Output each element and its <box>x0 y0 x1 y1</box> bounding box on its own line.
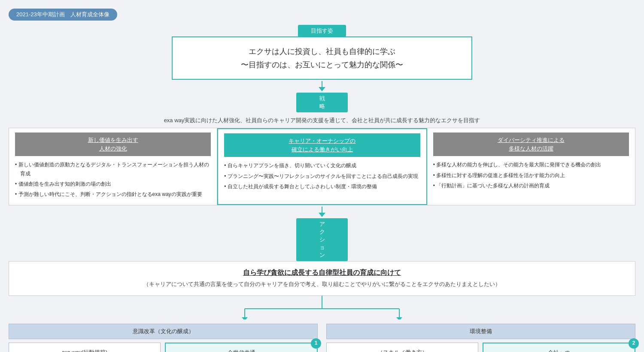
strategy-label: 戦略 <box>296 93 348 112</box>
bottom-item-udemy: 全社へのUdemyBusiness導入 2 <box>483 343 635 352</box>
cols-to-action-arrow <box>319 207 325 217</box>
action-label: アクション <box>296 218 348 261</box>
col-header-3: ダイバーシティ推進による多様な人材の活躍 <box>433 132 629 156</box>
col-box-2: キャリア・オーナシップの確立による働きがい向上 自らキャリアプランを描き、切り開… <box>217 128 427 205</box>
bottom-col-items-2: （スキル／働き方）アップデート手当の支給 全社へのUdemyBusiness導入… <box>326 343 635 352</box>
self-learning-box: 自ら学び貪欲に成長する自律型社員の育成に向けて （キャリアについて共通の言葉を使… <box>9 261 635 296</box>
col1-item-2: 価値創造を生み出す知的刺激の場の創出 <box>15 180 211 188</box>
col3-item-3: 「行動計画」に基づいた多様な人材の計画的育成 <box>433 181 629 190</box>
col1-item-1: 新しい価値創造の原動力となるデジタル・トランスフォーメーションを担う人材の育成 <box>15 160 211 178</box>
bottom-col-items-1: exa way(行動規範)の改定 全世代共通キャリア研修の導入 1 <box>9 343 318 352</box>
col-content-2: 自らキャリアプランを描き、切り開いていく文化の醸成 プランニング〜実践〜リフレク… <box>224 161 420 191</box>
vision-box: エクサは人に投資し、社員も自律的に学ぶ 〜目指すのは、お互いにとって魅力的な関係… <box>172 36 472 80</box>
col-header-1: 新し価値を生み出す人材の強化 <box>15 132 211 156</box>
bottom-col-1: 意識改革（文化の醸成） exa way(行動規範)の改定 全世代共通キャリア研修… <box>9 324 318 352</box>
vision-text-line1: エクサは人に投資し、社員も自律的に学ぶ <box>190 45 454 58</box>
vision-to-strategy-arrow <box>319 81 325 91</box>
title-badge: 2021-23年中期計画 人材育成全体像 <box>9 9 117 21</box>
col2-item-1: 自らキャリアプランを描き、切り開いていく文化の醸成 <box>224 161 420 170</box>
bottom-col-header-1: 意識改革（文化の醸成） <box>9 324 318 339</box>
bottom-item-career-training: 全世代共通キャリア研修の導入 1 <box>165 343 318 352</box>
vision-label: 目指す姿 <box>298 25 346 37</box>
col3-item-2: 多様性に対する理解の促進と多様性を活かす能力の向上 <box>433 171 629 180</box>
action-section: アクション <box>9 205 635 261</box>
bottom-item-exa-way: exa way(行動規範)の改定 <box>9 343 161 352</box>
three-col-section: 新し価値を生み出す人材の強化 新しい価値創造の原動力となるデジタル・トランスフォ… <box>9 128 635 205</box>
self-learning-title: 自ら学び貪欲に成長する自律型社員の育成に向けて <box>19 268 625 277</box>
badge-2: 2 <box>629 338 639 349</box>
col-box-3: ダイバーシティ推進による多様な人材の活躍 多様な人材の能力を伸ばし、その能力を最… <box>427 128 635 205</box>
svg-marker-4 <box>242 317 248 319</box>
main-container: 2021-23年中期計画 人材育成全体像 目指す姿 エクサは人に投資し、社員も自… <box>9 9 635 352</box>
col-content-1: 新しい価値創造の原動力となるデジタル・トランスフォーメーションを担う人材の育成 … <box>15 160 211 199</box>
vision-section: 目指す姿 エクサは人に投資し、社員も自律的に学ぶ 〜目指すのは、お互いにとって魅… <box>9 25 635 112</box>
vision-text-line2: 〜目指すのは、お互いにとって魅力的な関係〜 <box>190 58 454 72</box>
col1-item-3: 予測が難しい時代にこそ、判断・アクションの指針となるexa wayの実践が重要 <box>15 190 211 199</box>
col2-item-2: プランニング〜実践〜リフレクションのサイクルを回すことによる自己成長の実現 <box>224 172 420 181</box>
bottom-connector-svg <box>193 296 451 319</box>
two-col-bottom: 意識改革（文化の醸成） exa way(行動規範)の改定 全世代共通キャリア研修… <box>9 324 635 352</box>
bottom-item-skill-allowance: （スキル／働き方）アップデート手当の支給 <box>326 343 478 352</box>
bottom-col-2: 環境整備 （スキル／働き方）アップデート手当の支給 全社へのUdemyBusin… <box>326 324 635 352</box>
bottom-connector <box>9 296 635 319</box>
badge-1: 1 <box>311 338 321 349</box>
col-content-3: 多様な人材の能力を伸ばし、その能力を最大限に発揮できる機会の創出 多様性に対する… <box>433 160 629 190</box>
self-learning-subtitle: （キャリアについて共通の言葉を使って自分のキャリアを自分で考え、取り組むことでや… <box>19 280 625 289</box>
bottom-col-header-2: 環境整備 <box>326 324 635 339</box>
col2-item-3: 自立した社員が成長する舞台としてふさわしい制度・環境の整備 <box>224 182 420 191</box>
col-header-2: キャリア・オーナシップの確立による働きがい向上 <box>224 133 420 157</box>
col-box-1: 新し価値を生み出す人材の強化 新しい価値創造の原動力となるデジタル・トランスフォ… <box>9 128 217 205</box>
col3-item-1: 多様な人材の能力を伸ばし、その能力を最大限に発揮できる機会の創出 <box>433 160 629 169</box>
strategy-text: exa way実践に向けた人材強化、社員自らのキャリア開発の支援を通じて、会社と… <box>9 117 635 124</box>
svg-marker-5 <box>396 317 402 319</box>
